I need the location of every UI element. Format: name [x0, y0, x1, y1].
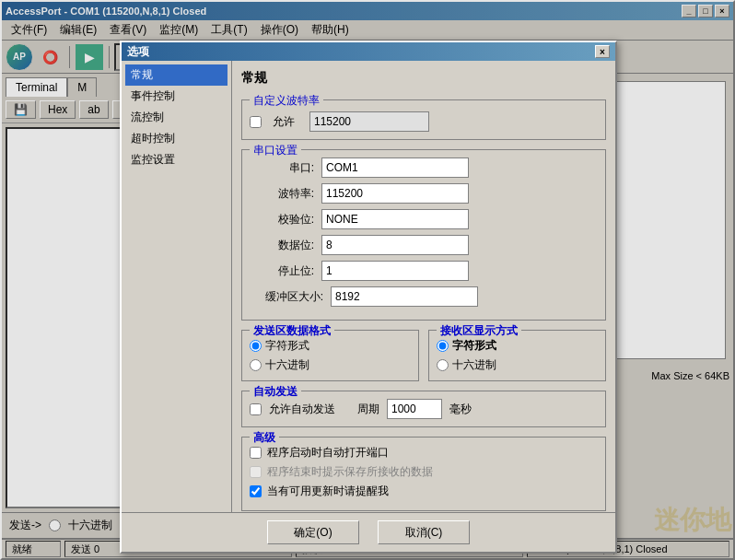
buffer-select[interactable]: 8192	[331, 286, 478, 307]
rx-char-radio[interactable]	[437, 340, 449, 352]
ms-label: 毫秒	[449, 402, 472, 417]
rx-char-label: 字符形式	[452, 338, 496, 354]
nav-item-timeout[interactable]: 超时控制	[125, 128, 228, 149]
parity-row: 校验位: NONE	[250, 209, 598, 229]
period-input[interactable]	[387, 399, 442, 419]
tx-char-radio[interactable]	[250, 340, 262, 352]
port-select-wrapper: COM1	[321, 158, 469, 178]
parity-select[interactable]: NONE	[321, 209, 469, 229]
baud-row2: 波特率: 115200	[250, 183, 598, 204]
rx-hex-radio[interactable]	[437, 359, 449, 371]
format-row: 发送区数据格式 字符形式 十六进制 接收区显示方式	[241, 330, 606, 391]
nav-item-general[interactable]: 常规	[125, 64, 228, 86]
allow-baud-checkbox[interactable]	[250, 116, 262, 128]
baud-select-wrapper: 115200	[321, 183, 469, 204]
data-row: 数据位: 8	[250, 235, 598, 255]
dialog-body: 常规 事件控制 流控制 超时控制 监控设置 常规 自定义波特率 允许 11520…	[122, 61, 615, 512]
buffer-label: 缓冲区大小:	[250, 289, 323, 305]
period-label: 周期	[357, 402, 379, 417]
auto-open-checkbox[interactable]	[250, 447, 262, 459]
stop-select-wrapper: 1	[321, 261, 469, 281]
dialog-title-text: 选项	[127, 44, 149, 60]
cancel-button[interactable]: 取消(C)	[378, 520, 470, 544]
stop-label: 停止位:	[250, 263, 314, 279]
custom-baud-group: 自定义波特率 允许 115200	[241, 99, 606, 140]
tx-char-label: 字符形式	[265, 338, 309, 354]
auto-open-row: 程序启动时自动打开端口	[250, 445, 598, 461]
custom-baud-title: 自定义波特率	[250, 93, 323, 109]
allow-baud-label: 允许	[273, 114, 295, 130]
section-title: 常规	[241, 70, 606, 90]
rx-display-group: 接收区显示方式 字符形式 十六进制	[428, 330, 606, 381]
update-checkbox[interactable]	[250, 485, 262, 497]
port-select[interactable]: COM1	[321, 158, 469, 178]
parity-label: 校验位:	[250, 212, 314, 228]
baud-row: 允许 115200	[250, 111, 598, 132]
baud-label: 波特率:	[250, 186, 314, 202]
save-data-label: 程序结束时提示保存所接收的数据	[267, 464, 433, 480]
auto-send-label: 允许自动发送	[269, 402, 335, 417]
save-data-row: 程序结束时提示保存所接收的数据	[250, 464, 598, 480]
rx-hex-label: 十六进制	[452, 357, 496, 373]
dialog-title-bar: 选项 ×	[122, 42, 615, 61]
auto-send-title: 自动发送	[250, 384, 301, 400]
save-data-checkbox[interactable]	[250, 466, 262, 478]
dialog-main-content: 常规 自定义波特率 允许 115200 串口设置 串口: COM1	[232, 61, 615, 512]
nav-item-events[interactable]: 事件控制	[125, 86, 228, 107]
port-label: 串口:	[250, 160, 314, 176]
tx-hex-radio-row: 十六进制	[250, 357, 411, 373]
rx-hex-radio-row: 十六进制	[437, 357, 598, 373]
stop-select[interactable]: 1	[321, 261, 469, 281]
serial-settings-title: 串口设置	[250, 143, 301, 158]
tx-format-group: 发送区数据格式 字符形式 十六进制	[241, 330, 419, 381]
rx-char-radio-row: 字符形式	[437, 338, 598, 354]
auto-send-row: 允许自动发送 周期 毫秒	[250, 399, 598, 419]
advanced-title: 高级	[250, 430, 279, 446]
parity-select-wrapper: NONE	[321, 209, 469, 229]
baud-select[interactable]: 115200	[321, 183, 469, 204]
data-select-wrapper: 8	[321, 235, 469, 255]
nav-item-flow[interactable]: 流控制	[125, 107, 228, 128]
buffer-select-wrapper: 8192	[331, 286, 478, 307]
update-label: 当有可用更新时请提醒我	[267, 484, 389, 499]
dialog-nav: 常规 事件控制 流控制 超时控制 监控设置	[122, 61, 232, 512]
rx-radio-group: 字符形式 十六进制	[437, 338, 598, 373]
auto-open-label: 程序启动时自动打开端口	[267, 445, 389, 461]
baud-value-input[interactable]: 115200	[309, 111, 429, 132]
nav-item-monitor[interactable]: 监控设置	[125, 149, 228, 170]
tx-radio-group: 字符形式 十六进制	[250, 338, 411, 373]
rx-display-title: 接收区显示方式	[437, 323, 521, 339]
data-label: 数据位:	[250, 238, 314, 253]
tx-char-radio-row: 字符形式	[250, 338, 411, 354]
serial-settings-group: 串口设置 串口: COM1 波特率: 115200	[241, 149, 606, 321]
auto-send-checkbox[interactable]	[250, 403, 262, 415]
options-dialog: 选项 × 常规 事件控制 流控制 超时控制 监控设置 常规 自定义波特率 允许 …	[120, 41, 617, 554]
buffer-row: 缓冲区大小: 8192	[250, 286, 598, 307]
auto-send-group: 自动发送 允许自动发送 周期 毫秒	[241, 391, 606, 427]
advanced-group: 高级 程序启动时自动打开端口 程序结束时提示保存所接收的数据 当有可用更新时请提…	[241, 437, 606, 511]
tx-format-title: 发送区数据格式	[250, 323, 334, 339]
update-row: 当有可用更新时请提醒我	[250, 484, 598, 499]
tx-hex-radio[interactable]	[250, 359, 262, 371]
ok-button[interactable]: 确定(O)	[267, 520, 359, 544]
port-row: 串口: COM1	[250, 158, 598, 178]
data-select[interactable]: 8	[321, 235, 469, 255]
dialog-close-button[interactable]: ×	[595, 45, 610, 58]
tx-hex-label: 十六进制	[265, 357, 309, 373]
stop-row: 停止位: 1	[250, 261, 598, 281]
dialog-footer: 确定(O) 取消(C)	[122, 512, 615, 552]
